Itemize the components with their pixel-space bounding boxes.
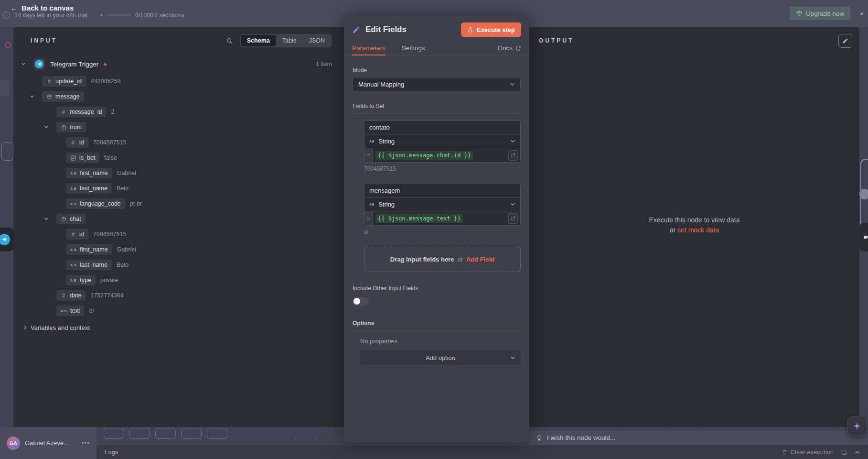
schema-field-pill[interactable]: # update_id: [42, 76, 86, 87]
schema-field-pill[interactable]: A B first_name: [66, 244, 112, 255]
field-name: is_bot: [79, 154, 95, 161]
user-menu-button[interactable]: •••: [82, 439, 90, 447]
flask-icon: [467, 27, 473, 33]
include-other-input-fields-toggle[interactable]: [353, 297, 369, 306]
avatar[interactable]: GA: [7, 437, 20, 450]
output-panel: OUTPUT Execute this node to view data or…: [529, 27, 859, 427]
field-type-value: String: [378, 201, 395, 208]
tab-settings[interactable]: Settings: [402, 41, 425, 55]
info-icon: i: [3, 11, 10, 19]
tree-row: from: [13, 120, 344, 135]
node-feedback-input[interactable]: I wish this node would...: [529, 431, 868, 445]
field-type-icon: A B: [70, 172, 76, 175]
variables-and-context-row[interactable]: Variables and context: [13, 320, 344, 335]
tree-root-row[interactable]: Telegram Trigger 1 item: [13, 56, 344, 72]
field-expression-input[interactable]: = {{ $json.message.chat.id }}: [364, 148, 521, 163]
dialog-title: Edit Fields: [365, 25, 407, 34]
view-tab-json[interactable]: JSON: [303, 35, 331, 46]
open-expression-editor-button[interactable]: [508, 150, 518, 161]
user-name: Gabriel Azeve...: [25, 439, 69, 447]
canvas-control-button[interactable]: [129, 428, 150, 439]
tab-parameters[interactable]: Parameters: [352, 41, 386, 55]
canvas-control-button[interactable]: [181, 428, 202, 439]
schema-field-pill[interactable]: A B language_code: [66, 198, 125, 209]
add-field-link[interactable]: Add Field: [466, 256, 494, 263]
field-name: first_name: [80, 170, 107, 176]
gem-icon: [796, 10, 803, 17]
field-name: last_name: [80, 262, 107, 268]
chevron-up-icon[interactable]: [855, 449, 860, 455]
docs-link[interactable]: Docs: [498, 44, 521, 52]
view-tab-schema[interactable]: Schema: [241, 35, 276, 46]
schema-field-pill[interactable]: is_bot: [66, 153, 99, 163]
canvas-connector-dot: [859, 189, 868, 199]
field-name-input[interactable]: [364, 184, 521, 197]
chevron-down-icon[interactable]: [44, 217, 56, 221]
field-type-select[interactable]: AB String: [364, 134, 521, 148]
schema-tree: Telegram Trigger 1 item # update_id 4420…: [13, 51, 344, 335]
chevron-down-icon: [510, 355, 515, 361]
drag-fields-dropzone[interactable]: Drag input fields here or Add Field: [364, 247, 521, 272]
schema-field-pill[interactable]: A B last_name: [66, 183, 112, 194]
field-value: Belo: [117, 262, 129, 268]
set-mock-data-link[interactable]: set mock data: [677, 226, 719, 234]
field-type-select[interactable]: AB String: [364, 197, 521, 211]
open-logs-panel-icon[interactable]: [841, 449, 847, 456]
field-name: update_id: [55, 78, 82, 85]
chevron-down-icon[interactable]: [30, 94, 42, 99]
divider: [353, 330, 521, 331]
clear-execution-button[interactable]: Clear execution: [782, 448, 834, 456]
edit-output-pencil-button[interactable]: [838, 34, 852, 48]
field-name-input[interactable]: [364, 120, 521, 134]
schema-field-pill[interactable]: # date: [56, 290, 86, 301]
canvas-faint-panel: [0, 80, 10, 97]
mode-select[interactable]: Manual Mapping: [353, 77, 521, 91]
canvas-telegram-node[interactable]: [0, 228, 13, 251]
tree-row: chat: [13, 211, 344, 227]
expression-preview-value: oi: [364, 229, 521, 235]
field-name: text: [70, 307, 80, 314]
logs-panel-title: Logs: [105, 448, 118, 456]
search-icon[interactable]: [226, 37, 233, 44]
open-expression-editor-button[interactable]: [508, 213, 518, 224]
canvas-control-button[interactable]: [104, 428, 124, 439]
chevron-down-icon[interactable]: [44, 125, 56, 130]
pencil-icon: [842, 38, 848, 44]
items-count: 1 item: [316, 61, 332, 67]
upgrade-now-button[interactable]: Upgrade now: [790, 7, 850, 20]
canvas-control-button[interactable]: [155, 428, 176, 439]
field-expression-input[interactable]: = {{ $json.message.text }}: [364, 211, 521, 226]
view-tab-table[interactable]: Table: [276, 35, 303, 46]
schema-field-pill[interactable]: # id: [66, 137, 88, 148]
drag-handle-icon[interactable]: =: [364, 148, 373, 162]
schema-field-pill[interactable]: # id: [66, 229, 88, 240]
field-value: 442085258: [91, 78, 121, 85]
schema-field-pill[interactable]: A B text: [56, 306, 84, 316]
canvas-control-button[interactable]: [207, 428, 227, 439]
field-type-icon: [61, 217, 66, 222]
execute-step-button[interactable]: Execute step: [461, 22, 521, 37]
banner-close-icon[interactable]: ×: [857, 8, 867, 19]
tree-row: is_bot false: [13, 150, 344, 165]
divider: [353, 113, 521, 114]
schema-field-pill[interactable]: A B first_name: [66, 168, 112, 178]
canvas-node-right[interactable]: [859, 223, 868, 251]
schema-field-pill[interactable]: message: [42, 91, 84, 102]
ai-assistant-button[interactable]: [847, 416, 867, 436]
schema-field-pill[interactable]: A B type: [66, 275, 96, 285]
node-glyph-icon: [863, 234, 868, 240]
schema-field-pill[interactable]: chat: [56, 214, 86, 224]
add-option-select[interactable]: Add option: [360, 350, 521, 365]
sparkle-icon: [853, 422, 861, 430]
drag-handle-icon[interactable]: =: [364, 211, 373, 225]
schema-field-pill[interactable]: # message_id: [56, 107, 106, 117]
back-to-canvas-button[interactable]: ← Back to canvas: [11, 4, 74, 12]
schema-field-pill[interactable]: from: [56, 122, 86, 132]
toggle-knob: [354, 298, 360, 305]
field-name: id: [79, 231, 84, 238]
chevron-down-icon[interactable]: [21, 62, 33, 66]
progress-dot: [100, 14, 103, 16]
schema-field-pill[interactable]: A B last_name: [66, 260, 112, 270]
field-name: from: [70, 124, 82, 131]
field-type-icon: #: [46, 78, 52, 84]
